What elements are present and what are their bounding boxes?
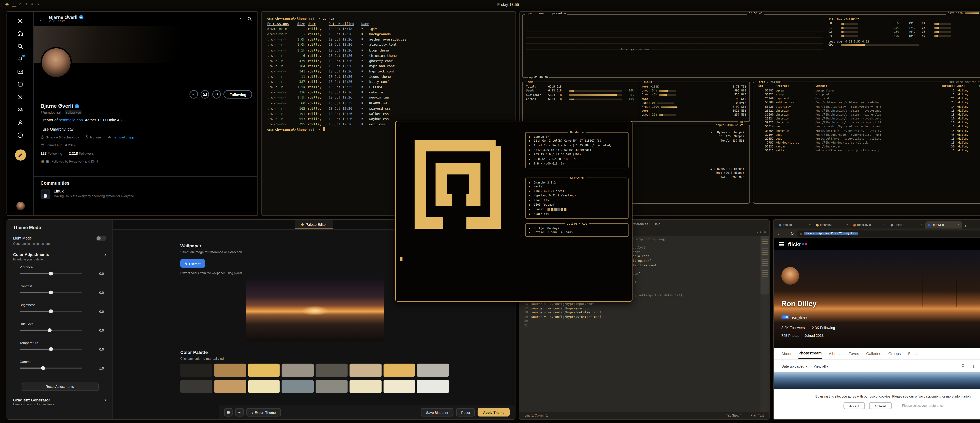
file-row[interactable]: .rw-r--r--1.5krdilley10 Oct 12:26▪btop.t… (267, 48, 510, 53)
flickr-nav-about[interactable]: About (781, 352, 791, 355)
workspace-button-2[interactable]: 2 (18, 2, 22, 6)
save-blueprint-button[interactable]: Save Blueprint (421, 408, 453, 416)
apply-theme-button[interactable]: Apply Theme (478, 408, 510, 416)
more-icon[interactable] (17, 131, 24, 139)
file-row[interactable]: .rw-r--r--60rdilley10 Oct 13:35▪README.m… (267, 100, 510, 106)
slider-hue-shift[interactable] (20, 330, 82, 331)
slider-contrast[interactable] (20, 292, 82, 293)
slider-gamma[interactable] (20, 367, 82, 369)
compose-button[interactable] (15, 149, 26, 161)
account-avatar[interactable] (16, 202, 24, 210)
process-row[interactable]: 55909sublime_text/opt/sublime_text/subli… (757, 101, 980, 105)
reset-button[interactable]: Reset (456, 408, 475, 416)
browser-tab[interactable]: Hello! -× (888, 221, 925, 228)
process-row[interactable]: 38564chromium/proc/self/exe --type=utili… (757, 129, 980, 133)
flickr-nav-albums[interactable]: Albums (829, 352, 842, 355)
search-icon[interactable] (961, 364, 966, 368)
close-tab-icon[interactable]: × (846, 223, 848, 227)
back-button[interactable]: ← (39, 17, 44, 21)
process-row[interactable]: 56315sattysatty --filename - --output-fi… (757, 149, 980, 153)
grok-icon[interactable] (17, 81, 24, 88)
flickr-nav-galleries[interactable]: Galleries (866, 352, 881, 355)
file-row[interactable]: .rw-r--r--191rdilley10 Oct 12:26▪walker.… (267, 111, 510, 116)
search-icon[interactable] (17, 43, 24, 50)
x-logo-icon[interactable] (17, 17, 24, 24)
reload-icon[interactable]: ↻ (791, 231, 794, 236)
process-row[interactable]: 26324chromium/usr/lib/chromium/chromium … (757, 117, 980, 121)
color-swatch[interactable] (180, 364, 212, 377)
color-swatch[interactable] (315, 364, 347, 377)
following-count[interactable]: 12.3K Following (810, 326, 835, 330)
color-swatch[interactable] (383, 380, 415, 393)
notifications-icon[interactable] (17, 55, 24, 62)
communities-icon[interactable] (17, 106, 24, 113)
process-row[interactable]: 52832waybar/usr/bin/waybar30rdilley71M0.… (757, 145, 980, 149)
file-row[interactable]: .rw-r--r--1.0krdilley10 Oct 12:26▪alacri… (267, 42, 510, 48)
search-icon[interactable] (247, 16, 252, 22)
file-row[interactable]: .rw-r--r--439rdilley10 Oct 12:26▪ghostty… (267, 58, 510, 63)
cover-photo[interactable]: Ron Dilley PRO ron_dilley 3.2K Followers… (773, 250, 980, 348)
menu-preferences[interactable]: Preferences (630, 222, 648, 226)
color-swatch[interactable] (248, 364, 280, 377)
file-row[interactable]: drwxr-xr-x-rdilley10 Oct 13:48▪.git (267, 26, 510, 32)
process-row[interactable]: 56314bashbash /usr/bin/hyprshot -m regio… (757, 125, 980, 129)
followers-count[interactable]: 3.2K Followers (781, 326, 805, 330)
more-options-button[interactable]: ⋯ (189, 90, 198, 98)
file-row[interactable]: .rw-r--r--553rdilley10 Oct 12:26▪waybar.… (267, 116, 510, 121)
photo-thumbnail[interactable] (773, 372, 980, 390)
optout-cookies-button[interactable]: Opt-out (869, 402, 892, 409)
back-icon[interactable]: ← (778, 231, 781, 235)
color-swatch[interactable] (282, 364, 314, 377)
view-filter-dropdown[interactable]: View all ▾ (814, 364, 829, 368)
following-button[interactable]: Following (224, 90, 252, 98)
profile-avatar[interactable] (781, 267, 799, 285)
process-row[interactable]: 26221chromium/usr/lib/chromium/chromium … (757, 109, 980, 113)
tab-prev-icon[interactable]: ◂ (757, 230, 758, 233)
hamburger-menu-icon[interactable] (779, 242, 784, 246)
upload-icon[interactable]: ↥ (972, 364, 975, 368)
flickr-nav-stats[interactable]: Stats (908, 352, 916, 355)
file-row[interactable]: .rw-r--r--336rdilley10 Oct 12:26▪mako.in… (267, 90, 510, 95)
process-row[interactable]: 29352code/proc/self/exe --type=utility -… (757, 137, 980, 141)
browser-tab[interactable]: rondilley (R× (851, 221, 888, 228)
process-row[interactable]: 56226alacritty/usr/bin/alacritty --class… (757, 105, 980, 109)
close-tab-icon[interactable]: × (921, 223, 923, 227)
color-swatch[interactable] (417, 380, 449, 393)
flickr-nav-faves[interactable]: Faves (849, 352, 859, 355)
file-row[interactable]: .rw-r--r--165rdilley10 Oct 12:26▪swayosd… (267, 106, 510, 111)
file-row[interactable]: .rw-r--r--184rdilley10 Oct 12:26▪hyprlan… (267, 63, 510, 68)
extract-button[interactable]: ↯Extract (180, 259, 205, 268)
flickr-logo[interactable]: flickr (788, 241, 807, 247)
following-stat[interactable]: 128 Following (41, 151, 62, 155)
community-card[interactable]: Linux Making Linux the everyday operatin… (41, 189, 251, 199)
wallpaper-thumbnail[interactable] (245, 279, 384, 342)
file-row[interactable]: .rw-r--r--1.1krdilley10 Oct 12:26▪neovim… (267, 95, 510, 100)
process-row[interactable]: 2757xdg-desktop-por/usr/lib/xdg-desktop-… (757, 141, 980, 145)
workspace-button-5[interactable]: 5 (36, 2, 40, 6)
notify-button[interactable] (212, 90, 221, 98)
process-list[interactable]: 57487pgreppgrep slurp1rdilley92M0.056322… (757, 89, 980, 153)
file-row[interactable]: drwxr-xr-x-rdilley10 Oct 12:26▪backgroun… (267, 32, 510, 37)
color-swatch[interactable] (350, 380, 382, 393)
file-row[interactable]: .rw-r--r--1.5krdilley10 Oct 13:35▪LICENS… (267, 84, 510, 90)
color-swatch[interactable] (248, 380, 280, 393)
color-swatch[interactable] (315, 380, 347, 393)
btop-tabs[interactable]: cpu│ menu│ preset + (525, 12, 567, 15)
process-row[interactable]: 37104code/usr/lib/code/code --type=utili… (757, 133, 980, 137)
light-mode-toggle[interactable] (96, 236, 107, 241)
profile-website[interactable]: hemmelig.app (108, 135, 134, 139)
date-filter-dropdown[interactable]: Date uploaded ▾ (781, 364, 807, 368)
accept-cookies-button[interactable]: Accept (843, 402, 865, 409)
file-row[interactable]: .rw-r--r--11rdilley10 Oct 12:26▪icons.th… (267, 74, 510, 79)
file-row[interactable]: .rw-r--r--141rdilley10 Oct 12:26▪hyprloc… (267, 68, 510, 74)
process-row[interactable]: 56322slurpslurp -d1rdilley72M2.8 (757, 93, 980, 97)
slider-vibrance[interactable] (20, 272, 82, 274)
workspace-button-4[interactable]: 4 (30, 2, 34, 6)
menu-help[interactable]: Help (654, 222, 660, 226)
timeline-options-icon[interactable]: ⋆ (239, 16, 242, 22)
tab-size[interactable]: Tab Size: 4 (726, 414, 741, 417)
new-tab-button[interactable]: + (964, 225, 967, 228)
workspace-button-3[interactable]: 3 (24, 2, 28, 6)
slider-brightness[interactable] (20, 311, 82, 312)
close-tab-icon[interactable]: × (884, 223, 885, 227)
